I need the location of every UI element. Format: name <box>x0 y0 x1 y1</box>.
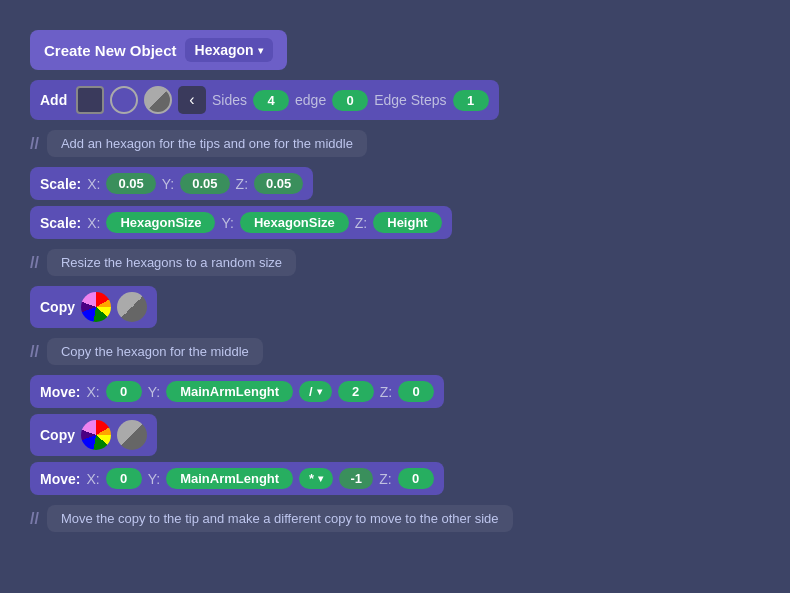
nav-left-button[interactable]: ‹ <box>178 86 206 114</box>
object-type-dropdown[interactable]: Hexagon ▾ <box>185 38 273 62</box>
move2-op-text: * <box>309 471 314 486</box>
solid-shape-icon[interactable] <box>76 86 104 114</box>
scale1-z-value[interactable]: 0.05 <box>254 173 303 194</box>
move2-op-value[interactable]: -1 <box>339 468 373 489</box>
scale1-label: Scale: <box>40 176 81 192</box>
comment4-text: Move the copy to the tip and make a diff… <box>61 511 499 526</box>
copy2-label: Copy <box>40 427 75 443</box>
copy2-rainbow-icon[interactable] <box>81 420 111 450</box>
scale1-x-label: X: <box>87 176 100 192</box>
comment1-text: Add an hexagon for the tips and one for … <box>61 136 353 151</box>
move1-x-value[interactable]: 0 <box>106 381 142 402</box>
circle-shape-icon[interactable] <box>110 86 138 114</box>
comment1-row: // Add an hexagon for the tips and one f… <box>30 126 760 161</box>
comment2-slash: // <box>30 254 39 272</box>
move2-op-arrow: ▾ <box>318 473 323 484</box>
move1-z-label: Z: <box>380 384 392 400</box>
scale2-x-label: X: <box>87 215 100 231</box>
add-row: Add ‹ Sides 4 edge 0 Edge Steps 1 <box>30 80 499 120</box>
comment1-slash: // <box>30 135 39 153</box>
edge-steps-label: Edge Steps <box>374 92 446 108</box>
move2-row: Move: X: 0 Y: MainArmLenght * ▾ -1 Z: 0 <box>30 462 444 495</box>
move1-row: Move: X: 0 Y: MainArmLenght / ▾ 2 Z: 0 <box>30 375 444 408</box>
move2-op-pill[interactable]: * ▾ <box>299 468 333 489</box>
move2-y-label: Y: <box>148 471 160 487</box>
copy1-row: Copy <box>30 286 157 328</box>
edge-value: 0 <box>332 90 368 111</box>
gradient-shape-icon[interactable] <box>144 86 172 114</box>
move1-op-arrow: ▾ <box>317 386 322 397</box>
scale2-label: Scale: <box>40 215 81 231</box>
move1-y-var[interactable]: MainArmLenght <box>166 381 293 402</box>
move1-x-label: X: <box>86 384 99 400</box>
copy1-rainbow-icon[interactable] <box>81 292 111 322</box>
comment3-text: Copy the hexagon for the middle <box>61 344 249 359</box>
comment3-row: // Copy the hexagon for the middle <box>30 334 760 369</box>
comment2-text: Resize the hexagons to a random size <box>61 255 282 270</box>
sides-value: 4 <box>253 90 289 111</box>
move1-z-value[interactable]: 0 <box>398 381 434 402</box>
sides-label: Sides <box>212 92 247 108</box>
copy2-grey-icon[interactable] <box>117 420 147 450</box>
scale2-row: Scale: X: HexagonSize Y: HexagonSize Z: … <box>30 206 452 239</box>
move1-op-text: / <box>309 384 313 399</box>
object-type-label: Hexagon <box>195 42 254 58</box>
scale1-y-label: Y: <box>162 176 174 192</box>
move2-x-label: X: <box>86 471 99 487</box>
scale1-x-value[interactable]: 0.05 <box>106 173 155 194</box>
edge-label: edge <box>295 92 326 108</box>
create-label: Create New Object <box>44 42 177 59</box>
move2-z-label: Z: <box>379 471 391 487</box>
move1-op-pill[interactable]: / ▾ <box>299 381 332 402</box>
move2-label: Move: <box>40 471 80 487</box>
scale2-y-var[interactable]: HexagonSize <box>240 212 349 233</box>
scale1-z-label: Z: <box>236 176 248 192</box>
copy1-label: Copy <box>40 299 75 315</box>
edge-steps-value: 1 <box>453 90 489 111</box>
comment1-box: Add an hexagon for the tips and one for … <box>47 130 367 157</box>
comment2-box: Resize the hexagons to a random size <box>47 249 296 276</box>
comment3-box: Copy the hexagon for the middle <box>47 338 263 365</box>
scale2-x-var[interactable]: HexagonSize <box>106 212 215 233</box>
move2-z-value[interactable]: 0 <box>398 468 434 489</box>
scale1-row: Scale: X: 0.05 Y: 0.05 Z: 0.05 <box>30 167 313 200</box>
move2-x-value[interactable]: 0 <box>106 468 142 489</box>
dropdown-arrow-icon: ▾ <box>258 45 263 56</box>
comment4-box: Move the copy to the tip and make a diff… <box>47 505 513 532</box>
scale2-z-label: Z: <box>355 215 367 231</box>
copy1-grey-icon[interactable] <box>117 292 147 322</box>
move1-y-label: Y: <box>148 384 160 400</box>
scale2-z-var[interactable]: Height <box>373 212 441 233</box>
comment4-row: // Move the copy to the tip and make a d… <box>30 501 760 536</box>
move1-op-value[interactable]: 2 <box>338 381 374 402</box>
scale2-y-label: Y: <box>221 215 233 231</box>
scale1-y-value[interactable]: 0.05 <box>180 173 229 194</box>
copy2-row: Copy <box>30 414 157 456</box>
comment4-slash: // <box>30 510 39 528</box>
move2-y-var[interactable]: MainArmLenght <box>166 468 293 489</box>
add-label: Add <box>40 92 70 108</box>
comment2-row: // Resize the hexagons to a random size <box>30 245 760 280</box>
create-header: Create New Object Hexagon ▾ <box>30 30 287 70</box>
move1-label: Move: <box>40 384 80 400</box>
comment3-slash: // <box>30 343 39 361</box>
